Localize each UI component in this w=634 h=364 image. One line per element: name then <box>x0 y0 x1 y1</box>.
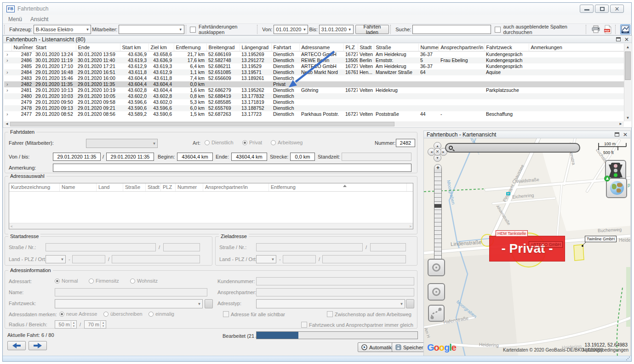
radio-dienstlich[interactable]: Dienstlich <box>205 140 234 145</box>
row-expander-icon[interactable]: › <box>4 81 11 87</box>
column-header[interactable]: Ansprechpartner/in <box>439 44 484 51</box>
view-toggle-button[interactable]: VIEW <box>620 24 630 34</box>
scroll-down-icon[interactable]: ▼ <box>624 114 631 121</box>
zoom-level-handle[interactable] <box>434 204 441 208</box>
automatik-button[interactable]: Automatik <box>358 342 395 352</box>
table-row[interactable]: 247929.01.2020 09:5029.01.2020 09:5843.5… <box>4 99 626 105</box>
globe-view-button[interactable] <box>606 178 627 198</box>
vertical-scrollbar[interactable]: ▲ ▼ <box>624 44 631 121</box>
row-expander-icon[interactable]: › <box>4 87 11 93</box>
float-panel-icon[interactable] <box>616 37 621 41</box>
column-header[interactable]: Breitengrad <box>206 44 240 51</box>
toolbar-grip[interactable] <box>4 25 6 34</box>
previous-trip-button[interactable] <box>7 341 26 350</box>
column-header[interactable]: Stadt <box>358 44 374 51</box>
table-row[interactable]: ›248630.01.2020 11:1930.01.2020 11:4043.… <box>4 57 626 63</box>
column-header[interactable]: Start <box>34 44 76 51</box>
column-header[interactable]: Start km <box>120 44 149 51</box>
center-position-button[interactable] <box>428 259 445 276</box>
map-search-box[interactable] <box>445 143 580 153</box>
table-row[interactable]: ›248129.01.2020 10:1329.01.2020 10:1943.… <box>4 87 626 93</box>
row-expander-icon[interactable]: › <box>4 69 11 75</box>
column-header[interactable]: Ende <box>76 44 120 51</box>
scroll-left-icon[interactable]: ◄ <box>4 121 10 127</box>
print-button[interactable] <box>591 24 601 34</box>
column-header[interactable]: Anmerkungen <box>529 44 626 51</box>
table-row[interactable]: 248329.01.2020 15:4629.01.2020 16:0043.6… <box>4 75 626 81</box>
column-header[interactable]: Nummer <box>418 44 439 51</box>
row-expander-icon[interactable] <box>4 63 11 69</box>
fahrten-laden-button[interactable]: Fahrten laden <box>355 25 389 34</box>
column-header[interactable]: Entfernung <box>269 183 407 191</box>
scrollbar-thumb[interactable] <box>625 51 631 80</box>
maximize-button[interactable] <box>595 5 609 13</box>
menu-item-menue[interactable]: Menü <box>8 16 22 23</box>
strecke-field[interactable] <box>290 153 315 161</box>
ausklappen-checkbox[interactable] <box>190 27 196 33</box>
column-header[interactable]: Längengrad <box>240 44 271 51</box>
map-pan-control[interactable]: ▲ ◄ ► ▼ ✕ <box>428 142 448 162</box>
von-date-picker[interactable]: 01.01.2020▼ <box>274 25 308 34</box>
column-header[interactable]: PLZ <box>161 183 176 191</box>
beginn-field[interactable] <box>177 153 213 161</box>
scroll-left-icon[interactable]: < <box>11 223 13 229</box>
scroll-right-icon[interactable]: ► <box>617 121 624 127</box>
scroll-up-icon[interactable]: ▲ <box>624 44 631 51</box>
column-header[interactable]: Kurzbezeichnung <box>9 183 60 191</box>
column-header[interactable]: Straße <box>374 44 418 51</box>
terms-link[interactable]: Nutzungsbedingungen <box>583 347 628 353</box>
fahrzeug-combobox[interactable]: B-Klasse Elektro▼ <box>34 25 91 34</box>
anmerkung-field[interactable] <box>53 164 411 172</box>
horizontal-scrollbar[interactable]: ◄ ► <box>4 121 624 127</box>
collapse-caret-icon[interactable] <box>343 185 347 187</box>
suche-input[interactable] <box>412 25 491 34</box>
row-expander-icon[interactable]: › <box>4 51 11 57</box>
column-header[interactable]: Stadt <box>146 183 161 191</box>
column-header[interactable]: Name <box>60 183 97 191</box>
row-expander-icon[interactable]: › <box>4 57 11 63</box>
column-header[interactable]: Ansprechpartner/in <box>203 183 269 191</box>
next-trip-button[interactable] <box>29 341 47 350</box>
center-route-button[interactable] <box>428 283 445 301</box>
show-route-button[interactable] <box>428 305 445 322</box>
google-logo[interactable]: Google <box>427 342 456 353</box>
table-row[interactable]: 247829.01.2020 09:1329.01.2020 09:2143.5… <box>4 105 626 111</box>
scroll-right-icon[interactable]: > <box>409 223 411 229</box>
close-button[interactable]: ✕ <box>610 5 624 13</box>
von-field[interactable] <box>53 153 101 161</box>
column-header[interactable]: Nummer <box>176 183 203 191</box>
row-expander-icon[interactable] <box>4 93 11 99</box>
row-expander-icon[interactable] <box>4 99 11 105</box>
map-view[interactable]: Pinnower Chaussee Taubenstra Luchstraße … <box>423 138 631 357</box>
table-row[interactable]: ›248730.01.2020 13:2430.01.2020 13:5943.… <box>4 51 626 57</box>
column-header[interactable]: Fahrtzweck <box>484 44 529 51</box>
column-header[interactable]: Straße <box>123 183 146 191</box>
bis-field[interactable] <box>106 153 154 161</box>
minimize-button[interactable] <box>580 5 594 13</box>
poi-label-twinline[interactable]: Twinline GmbH <box>585 236 617 242</box>
close-panel-icon[interactable]: ✕ <box>624 37 629 42</box>
radio-privat[interactable]: Privat <box>242 140 262 145</box>
row-expander-icon[interactable]: › <box>4 111 11 117</box>
column-header[interactable]: Adressname <box>299 44 343 51</box>
column-header[interactable]: PLZ <box>343 44 358 51</box>
resize-grip[interactable] <box>626 356 630 360</box>
spalten-checkbox[interactable] <box>495 27 501 33</box>
table-row[interactable]: ›248229.01.2020 11:3529.01.2020 11:3543.… <box>4 81 626 87</box>
table-row[interactable]: 248029.01.2020 10:0329.01.2020 10:0543.6… <box>4 93 626 99</box>
table-row[interactable]: ›248429.01.2020 16:4829.01.2020 16:5143.… <box>4 69 626 75</box>
bis-date-picker[interactable]: 31.01.2020▼ <box>319 25 354 34</box>
row-expander-icon[interactable] <box>4 105 11 111</box>
radio-arbeitsweg[interactable]: Arbeitsweg <box>271 140 303 145</box>
fahrer-combobox[interactable]: ▼ <box>86 139 158 148</box>
mitarbeiter-combobox[interactable]: ▼ <box>119 25 184 34</box>
column-header[interactable]: Fahrtart <box>271 44 299 51</box>
column-header[interactable]: Land <box>97 183 123 191</box>
horizontal-scrollbar[interactable]: < > <box>9 223 413 229</box>
table-row[interactable]: ›247729.01.2020 08:5229.01.2020 08:5643.… <box>4 111 626 117</box>
table-row[interactable]: 248529.01.2020 17:1029.01.2020 17:2143.6… <box>4 63 626 69</box>
row-expander-icon[interactable] <box>4 75 11 81</box>
pan-center-icon[interactable]: ✕ <box>434 148 441 156</box>
pdf-export-button[interactable]: PDF <box>603 24 613 34</box>
column-header[interactable]: Ziel km <box>149 44 174 51</box>
